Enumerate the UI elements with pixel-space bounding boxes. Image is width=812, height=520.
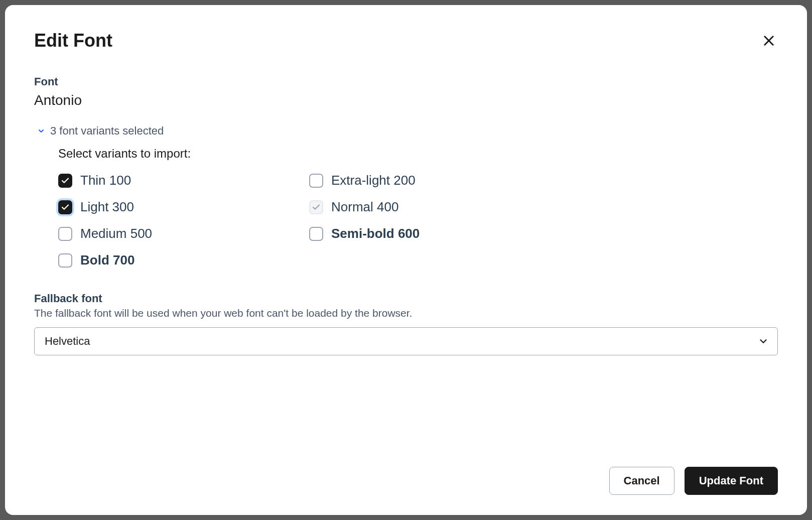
fallback-label: Fallback font (34, 292, 778, 305)
fallback-help-text: The fallback font will be used when your… (34, 307, 778, 319)
variants-grid: Thin 100Extra-light 200Light 300Normal 4… (58, 173, 778, 268)
check-icon (61, 203, 70, 212)
variants-prompt: Select variants to import: (58, 147, 778, 161)
close-icon (762, 34, 776, 48)
variants-summary-text: 3 font variants selected (50, 124, 164, 138)
variant-label: Medium 500 (80, 226, 152, 241)
modal-header: Edit Font (34, 30, 778, 51)
font-name-value: Antonio (34, 92, 778, 108)
variant-label: Extra-light 200 (331, 173, 416, 188)
fallback-select-value: Helvetica (45, 335, 90, 348)
variant-label: Semi-bold 600 (331, 226, 420, 241)
edit-font-modal: Edit Font Font Antonio 3 font variants s… (5, 5, 807, 515)
font-section: Font Antonio 3 font variants selected Se… (34, 75, 778, 288)
variant-label: Bold 700 (80, 252, 134, 268)
update-font-button[interactable]: Update Font (685, 467, 778, 495)
check-icon (61, 176, 70, 185)
variant-checkbox[interactable] (309, 174, 323, 188)
variant-item: Extra-light 200 (309, 173, 560, 188)
variant-checkbox[interactable] (58, 253, 72, 268)
variant-checkbox[interactable] (58, 227, 72, 241)
variant-checkbox[interactable] (309, 227, 323, 241)
variant-item: Semi-bold 600 (309, 226, 560, 241)
modal-title: Edit Font (34, 30, 112, 51)
fallback-select-wrap: Helvetica (34, 327, 778, 355)
variant-item: Medium 500 (58, 226, 309, 241)
font-section-label: Font (34, 75, 778, 88)
variant-label: Light 300 (80, 199, 134, 215)
modal-footer: Cancel Update Font (34, 447, 778, 495)
variants-toggle[interactable]: 3 font variants selected (37, 124, 778, 138)
variant-checkbox[interactable] (58, 174, 72, 188)
fallback-select[interactable]: Helvetica (34, 327, 778, 355)
chevron-down-icon (37, 127, 45, 135)
variant-checkbox (309, 200, 323, 214)
variant-item: Normal 400 (309, 199, 560, 215)
check-icon (312, 203, 321, 212)
variant-label: Thin 100 (80, 173, 131, 188)
variant-item: Bold 700 (58, 252, 309, 268)
variant-item: Thin 100 (58, 173, 309, 188)
variant-label: Normal 400 (331, 199, 398, 215)
variant-checkbox[interactable] (58, 200, 72, 214)
variant-item: Light 300 (58, 199, 309, 215)
fallback-section: Fallback font The fallback font will be … (34, 292, 778, 355)
close-button[interactable] (760, 32, 778, 50)
cancel-button[interactable]: Cancel (609, 467, 674, 495)
